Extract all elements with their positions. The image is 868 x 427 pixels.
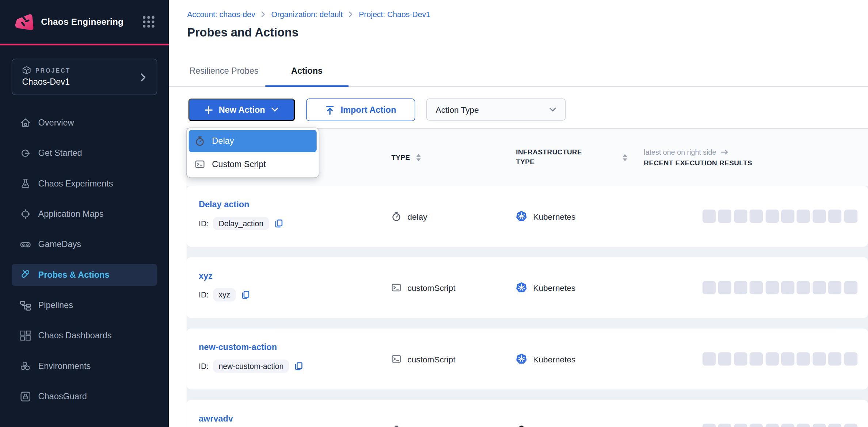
execution-result-placeholder [828,281,841,294]
sort-icon[interactable] [622,154,628,161]
sidebar-item-overview[interactable]: Overview [12,112,157,134]
action-name-link[interactable]: new-custom-action [199,342,277,352]
name-cell: new-custom-action ID: new-custom-action [199,328,391,389]
action-name-link[interactable]: xyz [199,271,213,281]
id-label: ID: [199,219,209,228]
chevron-down-icon [270,105,279,115]
toolbar: New Action Import Action Action Type [188,99,566,121]
infrastructure-value: Kubernetes [533,212,575,221]
action-id: ID: xyz [199,288,391,301]
sidebar-header: Chaos Engineering [0,0,169,44]
copy-icon[interactable] [241,290,250,300]
new-action-button[interactable]: New Action [188,99,295,121]
results-column-label: RECENT EXECUTION RESULTS [644,159,752,167]
sidebar-item-environments[interactable]: Environments [12,355,157,377]
sidebar-item-label: ChaosGuard [38,392,87,401]
brand-accent-divider [0,44,169,46]
kubernetes-icon [516,211,527,222]
type-cell: customScript [391,328,516,389]
sidebar-item-gamedays[interactable]: GameDays [12,234,157,256]
new-action-label: New Action [219,105,265,115]
execution-result-placeholder [765,352,778,365]
pipeline-icon [20,300,31,311]
column-header-infrastructure-type: INFRASTRUCTURE TYPE [516,148,644,167]
execution-result-placeholder [797,424,810,427]
sidebar-item-label: Environments [38,361,91,371]
infrastructure-cell: Kubernetes [516,186,644,247]
action-name-link[interactable]: Delay action [199,200,249,209]
execution-result-placeholder [844,281,857,294]
sidebar-item-chaos-experiments[interactable]: Chaos Experiments [12,173,157,195]
name-cell: xyz ID: xyz [199,257,391,318]
breadcrumb: Account: chaos-dev Organization: default… [187,10,430,19]
sidebar-item-label: Application Maps [38,209,104,219]
menu-item-delay[interactable]: Delay [189,130,317,152]
sidebar-item-application-maps[interactable]: Application Maps [12,203,157,225]
execution-result-placeholder [844,209,857,223]
sidebar-item-label: Get Started [38,148,82,158]
action-type-select[interactable]: Action Type [426,99,566,121]
execution-result-placeholder [781,424,794,427]
sidebar-item-pipelines[interactable]: Pipelines [12,294,157,316]
action-name-link[interactable]: awrvadv [199,414,233,424]
chevron-down-icon [548,105,557,114]
recent-execution-results [644,257,868,318]
upload-icon [325,105,335,115]
type-value: customScript [407,283,455,292]
copy-icon[interactable] [274,219,283,228]
menu-item-custom-script[interactable]: Custom Script [189,153,317,176]
infrastructure-cell: Kubernetes [516,257,644,318]
project-selector[interactable]: PROJECT Chaos-Dev1 [12,59,157,95]
new-action-dropdown-menu: Delay Custom Script [187,128,319,177]
import-action-label: Import Action [341,105,396,115]
harness-logo-icon [13,12,34,32]
execution-result-placeholder [812,281,826,294]
recent-execution-results [644,328,868,389]
column-header-recent-execution-results: latest one on right side RECENT EXECUTIO… [644,148,868,167]
home-icon [20,117,31,128]
column-header-type: TYPE [391,154,516,161]
type-column-label: TYPE [391,154,410,161]
type-cell: customScript [391,257,516,318]
execution-result-placeholder [765,424,778,427]
sidebar-item-get-started[interactable]: Get Started [12,142,157,164]
execution-result-placeholder [844,352,857,365]
execution-result-placeholder [703,424,716,427]
action-id: ID: new-custom-action [199,359,391,373]
execution-result-placeholder [750,352,763,365]
cube-icon [22,66,31,74]
tab-resilience-probes[interactable]: Resilience Probes [189,55,258,86]
sort-icon[interactable] [416,154,421,161]
type-value: delay [407,426,427,427]
sidebar-item-probes-actions[interactable]: Probes & Actions [12,264,157,286]
project-name: Chaos-Dev1 [22,77,157,87]
results-note: latest one on right side [644,148,728,156]
type-cell: delay [391,186,516,247]
tab-actions[interactable]: Actions [265,55,349,86]
breadcrumb-account[interactable]: Account: chaos-dev [187,10,255,19]
execution-result-placeholder [812,352,826,365]
execution-result-placeholder [797,281,810,294]
execution-result-placeholder [750,209,763,223]
sidebar-item-chaosguard[interactable]: ChaosGuard [12,385,157,408]
execution-result-placeholder [734,281,747,294]
breadcrumb-organization[interactable]: Organization: default [271,10,343,19]
infrastructure-cell: Linux [516,400,644,427]
sidebar-item-label: Chaos Experiments [38,179,113,189]
stopwatch-icon [391,211,401,221]
execution-result-placeholder [781,352,794,365]
hexagons-icon [20,361,31,372]
breadcrumb-project[interactable]: Project: Chaos-Dev1 [359,10,430,19]
import-action-button[interactable]: Import Action [306,99,415,121]
sidebar-item-label: Probes & Actions [38,270,110,280]
tab-bar: Resilience Probes Actions [169,55,868,87]
id-value: xyz [213,288,236,301]
sidebar-item-label: Chaos Dashboards [38,331,112,341]
arrow-right-icon [720,148,728,156]
execution-result-placeholder [765,209,778,223]
sidebar-item-chaos-dashboards[interactable]: Chaos Dashboards [12,325,157,347]
copy-icon[interactable] [294,361,304,371]
module-grid-icon[interactable] [142,15,156,29]
execution-result-placeholder [781,281,794,294]
execution-result-placeholder [750,281,763,294]
